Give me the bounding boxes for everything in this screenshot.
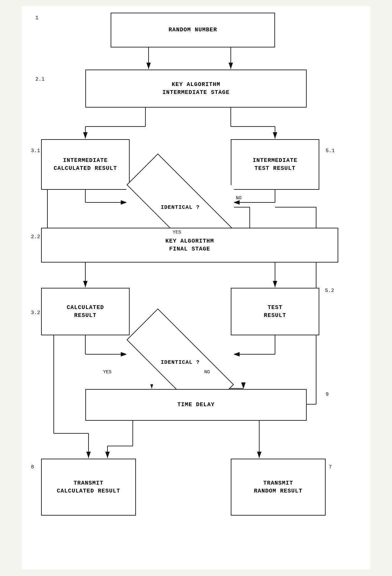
intermediate-test-box: INTERMEDIATETEST RESULT <box>231 139 319 190</box>
label-7: 7 <box>329 464 332 470</box>
label-51: 5.1 <box>326 148 335 154</box>
transmit-random-label: TRANSMITRANDOM RESULT <box>254 479 302 495</box>
label-8: 8 <box>31 464 34 470</box>
identical-label-1: IDENTICAL ? <box>161 204 199 210</box>
identical-label-2: IDENTICAL ? <box>161 359 199 365</box>
intermediate-test-label: INTERMEDIATETEST RESULT <box>253 157 297 172</box>
label-21: 2.1 <box>35 77 45 82</box>
calculated-result-label: CALCULATEDRESULT <box>67 304 104 319</box>
random-number-box: RANDOM NUMBER <box>111 13 275 47</box>
flowchart-diagram: RANDOM NUMBER KEY ALGORITHMINTERMEDIATE … <box>22 6 370 569</box>
random-number-label: RANDOM NUMBER <box>168 26 217 34</box>
identical-diamond-1: IDENTICAL ? <box>126 185 234 229</box>
transmit-random-box: TRANSMITRANDOM RESULT <box>231 459 326 516</box>
no-label-2: NO <box>204 369 210 375</box>
identical-diamond-2: IDENTICAL ? <box>126 340 234 384</box>
label-1: 1 <box>35 15 39 21</box>
key-algo-final-box: KEY ALGORITHMFINAL STAGE <box>41 228 338 263</box>
key-algo-intermediate-box: KEY ALGORITHMINTERMEDIATE STAGE <box>85 70 307 108</box>
yes-label-2: YES <box>103 369 112 375</box>
label-52: 5.2 <box>325 288 334 294</box>
test-result-box: TESTRESULT <box>231 288 319 335</box>
test-result-label: TESTRESULT <box>264 304 286 319</box>
time-delay-label: TIME DELAY <box>177 401 215 409</box>
transmit-calc-label: TRANSMITCALCULATED RESULT <box>57 479 120 495</box>
label-9: 9 <box>326 392 329 397</box>
transmit-calc-box: TRANSMITCALCULATED RESULT <box>41 459 136 516</box>
time-delay-box: TIME DELAY <box>85 389 307 421</box>
key-algo-intermediate-label: KEY ALGORITHMINTERMEDIATE STAGE <box>162 81 230 96</box>
no-label-1: NO <box>236 195 242 201</box>
calculated-result-box: CALCULATEDRESULT <box>41 288 130 335</box>
label-22: 2.2 <box>31 234 40 240</box>
intermediate-calc-label: INTERMEDIATECALCULATED RESULT <box>54 157 117 172</box>
yes-label-1: YES <box>173 230 181 235</box>
label-32: 3.2 <box>31 310 40 316</box>
intermediate-calc-box: INTERMEDIATECALCULATED RESULT <box>41 139 130 190</box>
label-31: 3.1 <box>31 148 40 154</box>
key-algo-final-label: KEY ALGORITHMFINAL STAGE <box>165 237 214 253</box>
